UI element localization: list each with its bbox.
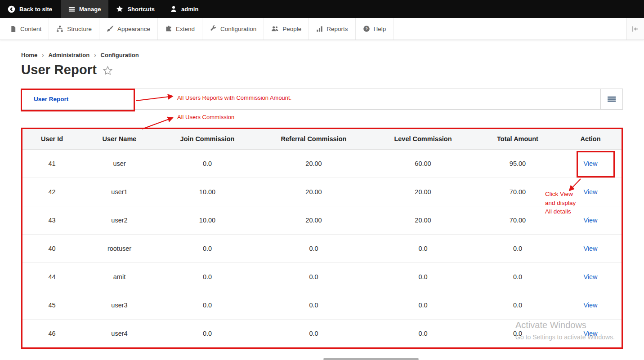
cell-join-commission: 0.0 [157,291,257,319]
toolbar-item-reports[interactable]: Reports [309,18,355,40]
cell-user-id: 41 [22,149,81,178]
toolbar-item-label: Extend [176,26,195,32]
cell-join-commission: 10.00 [157,178,257,206]
cell-user-name: user4 [81,319,157,347]
shortcuts-label: Shortcuts [127,6,155,13]
cell-action: View [559,234,622,262]
admin-user-label: admin [181,6,198,13]
cell-join-commission: 10.00 [157,206,257,234]
manage-button[interactable]: Manage [61,0,108,18]
shortcuts-button[interactable]: Shortcuts [108,0,162,18]
tab-user-report[interactable]: User Report [22,89,134,109]
table-row: 42 user1 10.00 20.00 20.00 70.00 View [22,178,622,206]
cell-user-name: user2 [81,206,157,234]
toolbar-item-help[interactable]: ? Help [356,18,394,40]
col-header-total-amount: Total Amount [476,129,559,149]
manage-tray-items: Content Structure Appearance Extend Conf… [0,18,394,40]
col-header-user-name: User Name [81,129,157,149]
view-link[interactable]: View [583,330,597,337]
toolbar-item-extend[interactable]: Extend [158,18,202,40]
view-link[interactable]: View [583,302,597,309]
view-link[interactable]: View [583,245,597,252]
page-title: User Report [21,62,97,77]
annotation-view-note: Click View and display All details [545,190,576,216]
cell-total-amount: 95.00 [476,149,559,178]
cell-level-commission: 0.0 [370,234,476,262]
cell-referral-commission: 0.0 [257,291,370,319]
cell-action: View [559,319,622,347]
annotation-view-note-line: All details [545,207,576,216]
horizontal-scrollbar-thumb[interactable] [323,358,419,360]
toolbar-item-people[interactable]: People [264,18,309,40]
toolbar-item-appearance[interactable]: Appearance [99,18,158,40]
cell-level-commission: 20.00 [370,178,476,206]
user-report-table: User Id User Name Join Commission Referr… [22,129,622,347]
table-row: 41 user 0.0 20.00 60.00 95.00 View [22,149,622,178]
toolbar-item-structure[interactable]: Structure [49,18,99,40]
hamburger-icon [68,6,75,13]
cell-user-id: 40 [22,234,81,262]
breadcrumb: Home › Administration › Configuration [21,52,623,58]
table-row: 45 user3 0.0 0.0 0.0 0.0 View [22,291,622,319]
annotation-commission-note: All Users Commission [177,114,234,120]
cell-level-commission: 0.0 [370,319,476,347]
toolbar-item-label: Structure [67,26,92,32]
title-row: User Report [21,62,623,77]
admin-user-button[interactable]: admin [162,0,206,18]
toolbar-item-label: Content [20,26,41,32]
back-to-site-label: Back to site [19,6,52,13]
cell-user-name: rootuser [81,234,157,262]
cell-level-commission: 0.0 [370,262,476,291]
cell-user-id: 43 [22,206,81,234]
table-header-row: User Id User Name Join Commission Referr… [22,129,622,149]
collapse-tray-icon [631,25,639,33]
toolbar-item-configuration[interactable]: Configuration [202,18,264,40]
cell-join-commission: 0.0 [157,149,257,178]
tabs-menu-button[interactable] [600,89,622,109]
view-link[interactable]: View [583,217,597,224]
tabs-bar: User Report [21,89,623,110]
annotation-tab-note: All Users Reports with Commission Amount… [177,94,291,101]
cell-user-id: 46 [22,319,81,347]
toolbar-collapse-button[interactable] [626,18,644,40]
manage-tray: Content Structure Appearance Extend Conf… [0,18,644,40]
view-link[interactable]: View [583,160,597,167]
back-arrow-icon [8,5,15,13]
table-row: 46 user4 0.0 0.0 0.0 0.0 View [22,319,622,347]
col-header-level-commission: Level Commission [370,129,476,149]
view-link[interactable]: View [583,273,597,280]
menu-hamburger-icon [607,95,616,103]
puzzle-icon [165,25,172,32]
breadcrumb-separator: › [94,52,96,58]
star-icon [116,5,123,13]
col-header-join-commission: Join Commission [157,129,257,149]
col-header-referral-commission: Referral Commission [257,129,370,149]
breadcrumb-administration[interactable]: Administration [48,52,89,58]
cell-level-commission: 0.0 [370,291,476,319]
annotation-view-note-line: and display [545,199,576,208]
cell-level-commission: 20.00 [370,206,476,234]
toolbar-item-content[interactable]: Content [3,18,49,40]
cell-user-id: 44 [22,262,81,291]
svg-text:?: ? [365,26,368,31]
document-icon [10,26,17,32]
breadcrumb-configuration[interactable]: Configuration [101,52,139,58]
user-report-table-container: User Id User Name Join Commission Referr… [21,128,623,349]
help-icon: ? [363,25,370,32]
cell-user-id: 45 [22,291,81,319]
col-header-user-id: User Id [22,129,81,149]
cell-user-name: user1 [81,178,157,206]
cell-user-name: user3 [81,291,157,319]
cell-action: View [559,149,622,178]
back-to-site-button[interactable]: Back to site [0,0,60,18]
toolbar-item-label: Appearance [117,26,150,32]
cell-total-amount: 0.0 [476,234,559,262]
cell-action: View [559,262,622,291]
toolbar-item-label: People [282,26,301,32]
favorite-star-icon[interactable] [103,66,113,76]
cell-action: View [559,291,622,319]
toolbar-item-label: Reports [326,26,348,32]
breadcrumb-home[interactable]: Home [21,52,37,58]
people-icon [271,25,279,32]
view-link[interactable]: View [583,188,597,196]
